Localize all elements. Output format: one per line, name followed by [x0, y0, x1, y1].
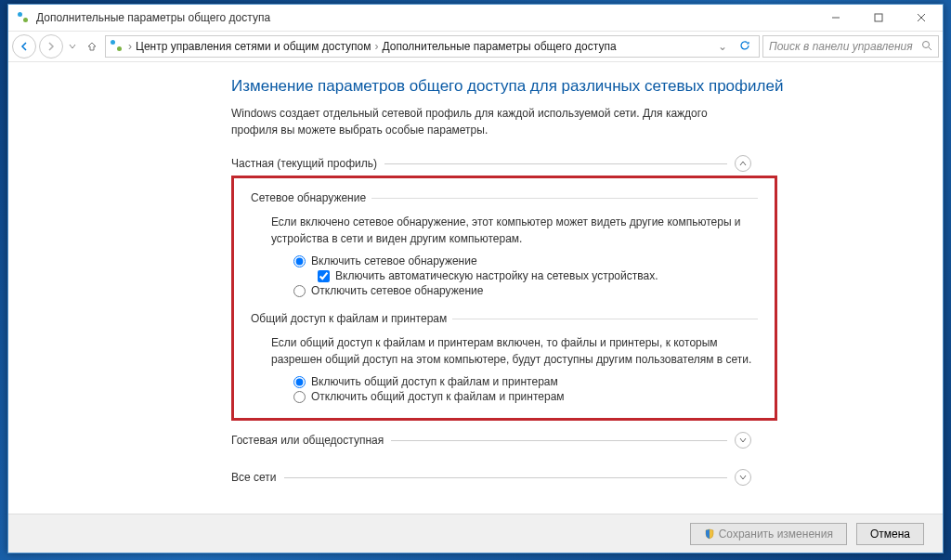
- expand-icon[interactable]: [735, 432, 751, 449]
- breadcrumb[interactable]: › Центр управления сетями и общим доступ…: [105, 35, 760, 58]
- group-file-sharing: Общий доступ к файлам и принтерам: [251, 312, 758, 325]
- expand-icon[interactable]: [735, 469, 751, 486]
- page-description: Windows создает отдельный сетевой профил…: [231, 105, 751, 138]
- highlighted-settings: Сетевое обнаружение Если включено сетево…: [231, 176, 777, 421]
- button-label: Отмена: [870, 527, 910, 540]
- svg-rect-1: [875, 14, 882, 21]
- radio-fileshare-on[interactable]: Включить общий доступ к файлам и принтер…: [251, 375, 758, 388]
- section-all-networks[interactable]: Все сети: [231, 469, 751, 486]
- network-sharing-icon: [16, 10, 31, 25]
- content-area: Изменение параметров общего доступа для …: [8, 62, 943, 514]
- maximize-button[interactable]: [857, 5, 900, 31]
- chevron-right-icon: ›: [375, 40, 379, 53]
- section-label: Частная (текущий профиль): [231, 157, 377, 170]
- minimize-button[interactable]: [814, 5, 857, 31]
- group-network-discovery: Сетевое обнаружение: [251, 191, 758, 204]
- breadcrumb-item[interactable]: Центр управления сетями и общим доступом: [136, 40, 371, 53]
- navbar: › Центр управления сетями и общим доступ…: [8, 31, 943, 62]
- radio-label: Включить сетевое обнаружение: [311, 254, 477, 267]
- checkbox-auto-setup[interactable]: Включить автоматическую настройку на сет…: [251, 269, 758, 282]
- search-placeholder: Поиск в панели управления: [769, 40, 921, 53]
- chevron-right-icon: ›: [128, 40, 132, 53]
- radio-label: Включить общий доступ к файлам и принтер…: [311, 375, 558, 388]
- group-description: Если включено сетевое обнаружение, этот …: [251, 214, 758, 247]
- collapse-icon[interactable]: [735, 155, 751, 172]
- section-guest[interactable]: Гостевая или общедоступная: [231, 432, 751, 449]
- radio-input[interactable]: [293, 285, 306, 297]
- search-input[interactable]: Поиск в панели управления: [762, 35, 939, 58]
- section-label: Все сети: [231, 471, 277, 484]
- shield-icon: [704, 528, 715, 540]
- up-button[interactable]: [82, 34, 102, 59]
- section-label: Гостевая или общедоступная: [231, 434, 384, 447]
- checkbox-label: Включить автоматическую настройку на сет…: [335, 269, 658, 282]
- svg-line-5: [929, 47, 931, 50]
- radio-label: Отключить общий доступ к файлам и принте…: [311, 390, 565, 403]
- footer: Сохранить изменения Отмена: [8, 514, 943, 553]
- cancel-button[interactable]: Отмена: [856, 523, 924, 545]
- divider: [391, 440, 727, 441]
- search-icon: [921, 40, 932, 54]
- svg-point-4: [923, 41, 930, 47]
- divider: [371, 198, 758, 199]
- close-button[interactable]: [900, 5, 943, 31]
- group-label: Сетевое обнаружение: [251, 191, 366, 204]
- radio-label: Отключить сетевое обнаружение: [311, 284, 483, 297]
- radio-input[interactable]: [293, 255, 306, 267]
- forward-button[interactable]: [39, 34, 63, 59]
- divider: [284, 477, 728, 478]
- page-title: Изменение параметров общего доступа для …: [231, 77, 924, 96]
- group-description: Если общий доступ к файлам и принтерам в…: [251, 334, 758, 368]
- radio-discovery-on[interactable]: Включить сетевое обнаружение: [251, 254, 758, 267]
- window-title: Дополнительные параметры общего доступа: [36, 11, 814, 24]
- network-sharing-icon: [110, 39, 124, 54]
- group-label: Общий доступ к файлам и принтерам: [251, 312, 447, 325]
- radio-fileshare-off[interactable]: Отключить общий доступ к файлам и принте…: [251, 390, 758, 403]
- radio-input[interactable]: [293, 391, 306, 403]
- divider: [384, 163, 727, 164]
- button-label: Сохранить изменения: [719, 527, 833, 540]
- breadcrumb-dropdown[interactable]: ⌄: [714, 40, 731, 53]
- radio-input[interactable]: [293, 376, 306, 388]
- divider: [452, 319, 758, 319]
- checkbox-input[interactable]: [318, 270, 330, 282]
- refresh-icon[interactable]: [735, 39, 755, 55]
- titlebar: Дополнительные параметры общего доступа: [8, 5, 943, 31]
- window: Дополнительные параметры общего доступа …: [7, 4, 944, 553]
- breadcrumb-item[interactable]: Дополнительные параметры общего доступа: [383, 40, 617, 53]
- section-private[interactable]: Частная (текущий профиль): [231, 155, 751, 172]
- history-dropdown[interactable]: [66, 34, 79, 59]
- save-button[interactable]: Сохранить изменения: [690, 523, 847, 545]
- radio-discovery-off[interactable]: Отключить сетевое обнаружение: [251, 284, 758, 297]
- back-button[interactable]: [12, 34, 36, 59]
